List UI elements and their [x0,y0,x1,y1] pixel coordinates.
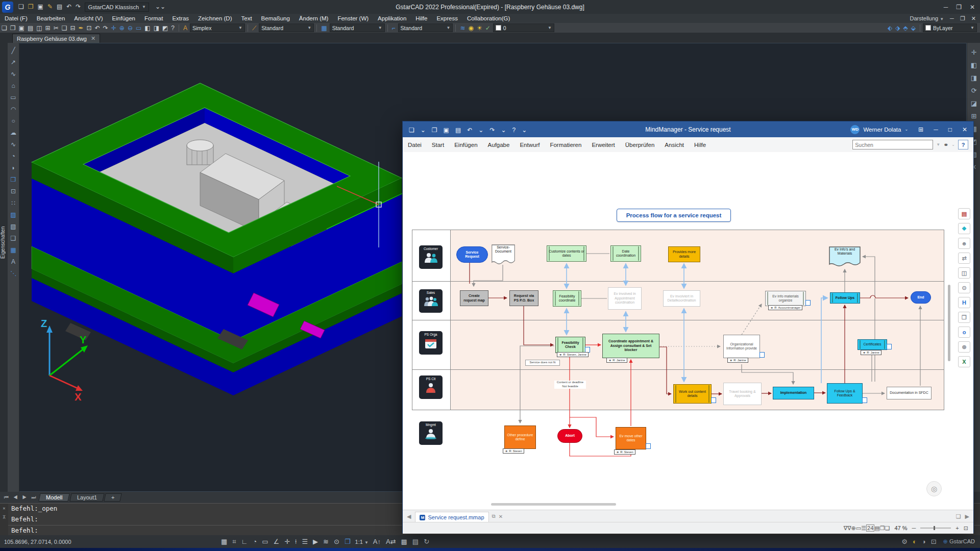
menu-zeichnen[interactable]: Zeichnen (D) [193,15,236,21]
menu-aendern[interactable]: Ändern (M) [295,15,333,21]
flow-node-documentation-sfdc[interactable]: Documentation in SFDC [887,387,932,399]
open-map-icon[interactable]: ❐ [429,127,440,134]
move-icon[interactable]: ✛ [971,46,977,59]
make-block-icon[interactable]: ⊡ [11,186,16,197]
copy-icon[interactable]: ❑ [60,24,69,32]
search-pane-icon[interactable]: ⊙ [958,282,970,293]
rotate-icon[interactable]: ⟳ [971,84,977,97]
layer-walk-icon[interactable]: ⬙ [910,24,917,32]
toolbar-overflow-icon[interactable]: ⌄⌄ [153,0,167,14]
circle-icon[interactable]: ○ [11,115,15,127]
spline-icon[interactable]: ∿ [11,139,16,151]
command-close-icon[interactable]: ✕ [0,504,8,511]
grid-icon[interactable]: ▦ [218,538,230,545]
lane-tile-sales[interactable]: Sales [419,289,443,313]
map-locate-button[interactable]: ◎ [926,481,942,496]
angle-icon[interactable]: ∠ [271,538,282,545]
gantt-view-icon[interactable]: ▤ [874,525,879,531]
resource-tag[interactable]: ☻R: Steven [503,448,524,454]
menu-extras[interactable]: Extras [167,15,193,21]
outline-view-icon[interactable]: ☰ [861,525,866,531]
binoculars-caret[interactable]: ⌄ [951,142,955,147]
mm-tab-ansicht[interactable]: Ansicht [659,142,689,148]
region-icon[interactable]: ❑ [11,233,16,244]
undo-icon[interactable]: ↶ [64,0,74,14]
print-icon[interactable]: ▤ [55,0,64,14]
tab-close-icon[interactable]: ✕ [499,514,503,519]
redo-icon[interactable]: ↷ [486,127,498,134]
help-button[interactable]: ? [958,140,968,149]
zoom-out-button[interactable]: ─ [912,525,916,531]
menu-bemassung[interactable]: Bemaßung [257,15,295,21]
zoom-level[interactable]: 47 % [894,525,907,531]
resource-tag[interactable]: ☻R: Janine [727,358,748,363]
isolate-icon[interactable]: ↻ [421,538,432,545]
transparency-icon[interactable]: ▩ [399,538,410,545]
resource-tag[interactable]: ☻R: Steven [614,449,635,455]
display-mode-icon[interactable]: ◑ [919,538,928,545]
flow-node-feasibility-coordinate[interactable]: Feasibility coordinate [553,290,581,307]
drawing-file-tab[interactable]: Raspberry Gehäuse 03.dwg ✕ [12,34,100,43]
quick-access-options-icon[interactable]: ⌄ [519,127,530,134]
redo-icon[interactable]: ↷ [102,24,110,32]
block-editor-icon[interactable]: ⊡ [85,24,93,32]
pan-icon[interactable]: ✛ [110,24,118,32]
bulb-icon[interactable]: ◐ [910,538,919,545]
properties-panel-tab[interactable]: Eigenschaften [0,214,8,270]
publish-icon[interactable]: ⊞ [44,24,52,32]
point-icon[interactable]: ∷ [11,197,15,209]
mm-minimize-button[interactable]: ─ [934,126,938,133]
stretch-icon[interactable]: ◨ [971,71,977,84]
darstellung-dropdown[interactable]: Darstellung ▼ [910,15,944,21]
mm-tab-ueberpruefen[interactable]: Überprüfen [620,142,660,148]
table-icon[interactable]: ▦ [10,244,16,256]
color-dropdown[interactable]: ByLayer▼ [923,23,977,32]
layer-freeze-icon[interactable]: ⬘ [902,24,910,32]
settings-gear-icon[interactable]: ⚙ [899,538,910,545]
search-scope-caret[interactable]: ▼ [936,142,940,147]
menu-fenster[interactable]: Fenster (W) [333,15,373,21]
dim-style-dropdown[interactable]: Standard▼ [259,23,314,32]
match-properties-icon[interactable]: ✒ [77,24,85,32]
flow-node-abort[interactable]: Abort [557,429,582,443]
layer-lock-icon[interactable]: ✓ [484,24,492,32]
layer-states-icon[interactable]: ⬖ [886,24,894,32]
layer-dropdown[interactable]: 0▼ [493,23,554,32]
flow-node-date-coordination[interactable]: Date coordination [610,245,641,262]
3d-osnap-icon[interactable]: ≋ [321,538,331,545]
mm-close-button[interactable]: ✕ [962,126,967,133]
flow-node-provides-more-details[interactable]: Provides more details [668,246,700,262]
polyline-icon[interactable]: ∿ [11,68,16,80]
lineweight-icon[interactable]: ☰ [299,538,310,545]
flow-node-ev-infos-materials[interactable]: Ev Info's and Materials [829,246,861,268]
zoom-in-button[interactable]: + [955,525,959,531]
doc-minimize-button[interactable]: ─ [950,15,954,21]
mm-tab-einfuegen[interactable]: Einfügen [449,142,482,148]
filter-power-icon[interactable]: ∇ [847,525,851,531]
tag-view-icon[interactable]: ❐ [880,525,885,531]
lane-tile-customer[interactable]: Customer [419,245,443,269]
insert-block-icon[interactable]: ❒ [11,174,16,186]
zoom-window-icon[interactable]: ▭ [134,24,143,32]
tab-modell[interactable]: Modell [38,493,70,502]
flow-node-ev-move-other-dates[interactable]: Ev move other dates [616,427,646,449]
mm-tab-start[interactable]: Start [427,142,449,148]
flow-node-work-out-content[interactable]: Work out content details [673,384,712,404]
text-style-dropdown[interactable]: Simplex▼ [190,23,245,32]
mm-maximize-button[interactable]: □ [948,126,952,133]
arc-icon[interactable]: ◠ [11,104,16,115]
flow-node-follow-ups-feedback[interactable]: Follow Ups & Feedback [827,383,863,404]
link-view-icon[interactable]: ❏ [885,525,890,531]
save-icon[interactable]: ▣ [17,24,26,32]
flow-node-coordinate-appointment[interactable]: Coordinate appointment & Assign consulta… [602,334,659,358]
help-icon[interactable]: ? [169,24,176,32]
mm-tab-aufgabe[interactable]: Aufgabe [483,142,515,148]
ellipse-arc-icon[interactable]: ◗ [11,162,15,174]
flow-node-service-request[interactable]: Service Request [456,246,488,263]
menu-format[interactable]: Format [140,15,167,21]
flow-node-ev-info-materials-organize[interactable]: Ev info materials organize [765,291,806,306]
open-folder-icon[interactable]: ❐ [9,24,17,32]
zoom-in-icon[interactable]: ⊕ [118,24,126,32]
flowchart-title[interactable]: Process flow for a service request [617,209,731,222]
new-tab-icon[interactable]: ❏ [956,513,965,520]
